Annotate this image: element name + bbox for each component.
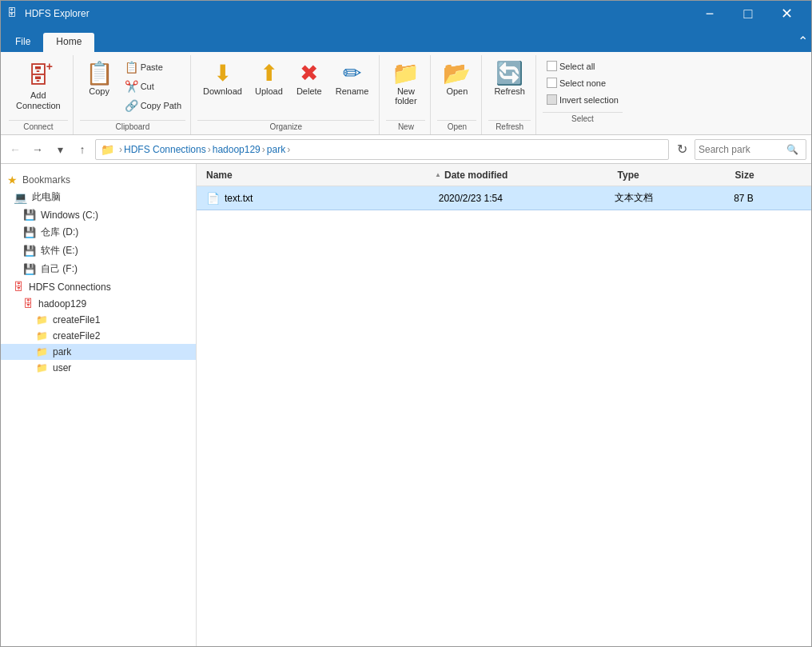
breadcrumb-hadoop129[interactable]: hadoop129 bbox=[213, 144, 261, 155]
main-area: ★ Bookmarks 💻 此电脑 💾 Windows (C:) 💾 仓库 (D… bbox=[1, 164, 811, 647]
ribbon-group-clipboard: 📋 Copy 📋 Paste ✂️ Cut 🔗 Copy Path bbox=[75, 55, 191, 134]
sidebar-item-hdfs-connections[interactable]: 🗄 HDFS Connections bbox=[1, 278, 196, 295]
delete-icon: ✖ bbox=[300, 62, 318, 85]
copy-button[interactable]: 📋 Copy bbox=[80, 58, 119, 100]
ribbon-group-clipboard-label: Clipboard bbox=[80, 120, 185, 133]
sidebar-item-drive-c[interactable]: 💾 Windows (C:) bbox=[1, 206, 196, 223]
sidebar-item-drive-e[interactable]: 💾 软件 (E:) bbox=[1, 242, 196, 260]
ribbon-group-refresh-label: Refresh bbox=[488, 120, 531, 133]
drive-f-icon: 💾 bbox=[23, 263, 36, 275]
breadcrumb-park[interactable]: park bbox=[267, 144, 285, 155]
sidebar-item-drive-d[interactable]: 💾 仓库 (D:) bbox=[1, 223, 196, 242]
ribbon-group-open-label: Open bbox=[437, 120, 476, 133]
invert-selection-icon bbox=[547, 94, 557, 105]
plus-icon: + bbox=[46, 61, 53, 72]
ribbon-group-new-label: New bbox=[386, 120, 425, 133]
paste-icon: 📋 bbox=[125, 61, 138, 74]
add-connection-button[interactable]: 🗄 + Add Connection bbox=[9, 58, 68, 115]
back-button[interactable]: ← bbox=[6, 140, 25, 159]
minimize-button[interactable]: − bbox=[691, 1, 728, 26]
invert-selection-button[interactable]: Invert selection bbox=[543, 92, 623, 107]
refresh-button[interactable]: 🔄 Refresh bbox=[488, 58, 531, 100]
up-button[interactable]: ↑ bbox=[73, 140, 92, 159]
upload-button[interactable]: ⬆ Upload bbox=[249, 58, 289, 100]
sidebar-item-hadoop129[interactable]: 🗄 hadoop129 bbox=[1, 295, 196, 312]
createfile2-icon: 📁 bbox=[36, 330, 48, 341]
ribbon-group-select-label: Select bbox=[543, 112, 623, 125]
forward-button[interactable]: → bbox=[28, 140, 47, 159]
drive-d-label: 仓库 (D:) bbox=[41, 226, 78, 239]
select-all-icon bbox=[547, 61, 557, 71]
createfile2-label: createFile2 bbox=[53, 330, 100, 341]
file-date-cell: 2020/2/23 1:54 bbox=[436, 193, 611, 204]
maximize-button[interactable]: □ bbox=[730, 1, 766, 26]
delete-button[interactable]: ✖ Delete bbox=[290, 58, 328, 100]
bookmarks-star-icon: ★ bbox=[7, 174, 18, 186]
col-header-type[interactable]: Type bbox=[615, 170, 732, 181]
collapse-ribbon-button[interactable]: ⌃ bbox=[798, 34, 808, 49]
search-input[interactable] bbox=[699, 144, 786, 155]
col-header-date[interactable]: Date modified bbox=[441, 170, 615, 181]
drive-c-icon: 💾 bbox=[23, 209, 36, 221]
sidebar-item-createfile2[interactable]: 📁 createFile2 bbox=[1, 328, 196, 344]
window-title: HDFS Explorer bbox=[25, 8, 691, 19]
ribbon-tabs: File Home ⌃ bbox=[1, 26, 811, 52]
sidebar-item-drive-f[interactable]: 💾 自己 (F:) bbox=[1, 260, 196, 278]
new-folder-button[interactable]: 📁 New folder bbox=[386, 58, 425, 110]
hdfs-connections-icon: 🗄 bbox=[14, 281, 24, 293]
breadcrumb-folder-icon: 📁 bbox=[101, 143, 114, 156]
this-pc-label: 此电脑 bbox=[32, 190, 61, 204]
ribbon-group-connect-label: Connect bbox=[9, 120, 68, 133]
address-refresh-button[interactable]: ↻ bbox=[672, 140, 691, 159]
breadcrumb-hdfs-connections[interactable]: HDFS Connections bbox=[124, 144, 206, 155]
refresh-icon: 🔄 bbox=[496, 62, 523, 85]
select-all-button[interactable]: Select all bbox=[543, 58, 623, 74]
history-dropdown-button[interactable]: ▾ bbox=[50, 140, 70, 159]
rename-icon: ✏ bbox=[343, 62, 361, 85]
ribbon-group-organize-label: Organize bbox=[197, 120, 374, 133]
table-row[interactable]: 📄 text.txt 2020/2/23 1:54 文本文档 87 B bbox=[197, 186, 811, 210]
ribbon-group-select: Select all Select none Invert selection … bbox=[538, 55, 627, 134]
copy-path-button[interactable]: 🔗 Copy Path bbox=[121, 97, 185, 114]
paste-button[interactable]: 📋 Paste bbox=[121, 58, 185, 76]
col-header-size[interactable]: Size bbox=[732, 170, 805, 181]
computer-icon: 💻 bbox=[14, 191, 27, 204]
file-name-cell: 📄 text.txt bbox=[203, 192, 436, 205]
hadoop129-icon: 🗄 bbox=[23, 298, 34, 310]
file-type-cell: 文本文档 bbox=[611, 191, 730, 205]
close-button[interactable]: ✕ bbox=[768, 1, 805, 26]
breadcrumb[interactable]: 📁 › HDFS Connections › hadoop129 › park … bbox=[95, 139, 669, 160]
sidebar-item-park[interactable]: 📁 park bbox=[1, 344, 196, 360]
col-header-name[interactable]: Name bbox=[203, 170, 432, 181]
sidebar-bookmarks-section: ★ Bookmarks bbox=[1, 169, 196, 188]
sidebar-item-this-pc[interactable]: 💻 此电脑 bbox=[1, 188, 196, 206]
sort-arrow: ▲ bbox=[435, 171, 441, 178]
bookmarks-label: Bookmarks bbox=[22, 174, 70, 186]
cut-button[interactable]: ✂️ Cut bbox=[121, 78, 185, 95]
tab-file[interactable]: File bbox=[2, 33, 43, 52]
title-bar: 🗄 HDFS Explorer − □ ✕ bbox=[1, 1, 811, 26]
user-icon: 📁 bbox=[36, 362, 48, 373]
park-icon: 📁 bbox=[36, 346, 48, 357]
drive-e-label: 软件 (E:) bbox=[41, 244, 78, 258]
rename-button[interactable]: ✏ Rename bbox=[330, 58, 375, 100]
drive-d-icon: 💾 bbox=[23, 226, 36, 238]
file-list: Name ▲ Date modified Type Size 📄 text.tx… bbox=[197, 164, 811, 647]
drive-e-icon: 💾 bbox=[23, 245, 36, 257]
select-none-button[interactable]: Select none bbox=[543, 75, 623, 90]
search-icon: 🔍 bbox=[786, 144, 798, 155]
sidebar: ★ Bookmarks 💻 此电脑 💾 Windows (C:) 💾 仓库 (D… bbox=[1, 164, 197, 647]
download-button[interactable]: ⬇ Download bbox=[197, 58, 248, 100]
add-connection-icon: 🗄 + bbox=[27, 62, 50, 89]
hdfs-connections-label: HDFS Connections bbox=[29, 282, 111, 293]
ribbon-group-new: 📁 New folder New bbox=[381, 55, 431, 134]
sidebar-item-createfile1[interactable]: 📁 createFile1 bbox=[1, 312, 196, 328]
file-list-header: Name ▲ Date modified Type Size bbox=[197, 164, 811, 186]
file-icon: 📄 bbox=[206, 192, 220, 205]
open-button[interactable]: 📂 Open bbox=[437, 58, 476, 100]
sidebar-item-user[interactable]: 📁 user bbox=[1, 360, 196, 376]
ribbon: File Home ⌃ 🗄 + Add Connection Connect bbox=[1, 26, 811, 135]
tab-home[interactable]: Home bbox=[43, 33, 94, 52]
upload-icon: ⬆ bbox=[260, 62, 278, 85]
hadoop129-label: hadoop129 bbox=[38, 298, 86, 310]
